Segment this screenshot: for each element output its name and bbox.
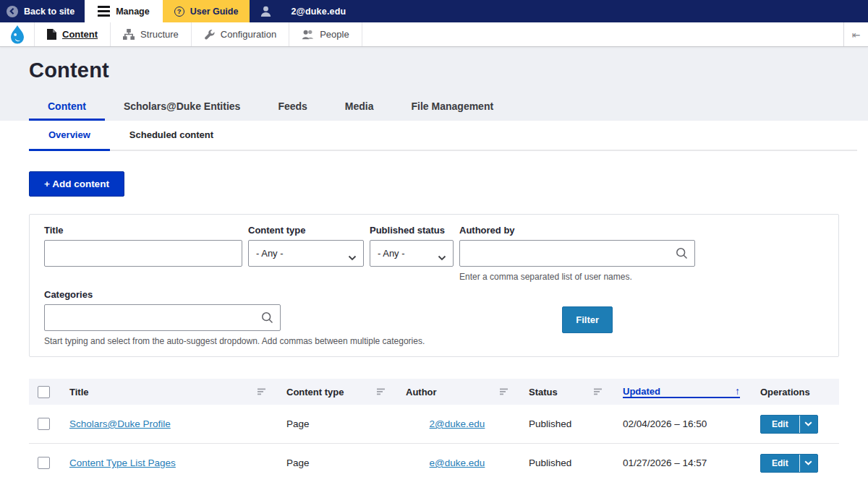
content-type-select[interactable]: - Any - [248,240,364,267]
user-guide-label: User Guide [190,7,239,17]
chevron-down-icon [804,421,812,426]
published-status-select[interactable]: - Any - [370,240,454,267]
column-header-author[interactable]: Author [394,387,517,398]
edit-split-button: Edit [760,454,818,473]
author-link[interactable]: e@duke.edu [430,457,485,468]
sort-ascending-icon: ↑ [735,385,740,397]
content-title-link[interactable]: Scholars@Duke Profile [69,418,171,429]
hamburger-icon [98,6,110,17]
edit-split-button: Edit [760,415,818,434]
table-row: Content Type List Pages Page e@duke.edu … [29,444,839,477]
admin-toolbar: Back to site Manage ? User Guide 2@duke.… [0,0,868,22]
admin-menu-bar: Content Structure Configuration People ⇤ [0,22,868,47]
published-status-filter-label: Published status [370,225,454,236]
user-guide-button[interactable]: ? User Guide [163,0,250,22]
secondary-tabs-wrap: Overview Scheduled content [0,121,868,151]
admin-menu-content-label: Content [62,29,98,40]
back-to-site-label: Back to site [24,7,75,17]
sort-icon [500,388,509,395]
tab-content[interactable]: Content [29,94,105,121]
admin-menu-people[interactable]: People [289,22,362,46]
authored-by-input[interactable] [459,240,695,267]
filter-submit-button[interactable]: Filter [562,306,613,333]
sort-icon [377,388,386,395]
main-content: + Add content Title Content type - Any - [0,151,868,477]
authored-by-filter-label: Authored by [459,225,695,236]
sitemap-icon [123,29,135,40]
column-header-status[interactable]: Status [517,387,611,398]
status-value: Published [529,457,571,468]
edit-button[interactable]: Edit [761,455,799,472]
content-type-filter-label: Content type [248,225,364,236]
categories-filter-label: Categories [44,289,425,300]
authored-by-help-text: Enter a comma separated list of user nam… [459,272,695,282]
wrench-icon [204,29,215,40]
categories-help-text: Start typing and select from the auto-su… [44,336,425,346]
updated-value: 02/04/2026 – 16:50 [623,418,707,429]
page-header: Content Content Scholars@Duke Entities F… [0,47,868,121]
edit-dropdown-toggle[interactable] [800,455,817,472]
tab-scholars-duke-entities[interactable]: Scholars@Duke Entities [105,94,259,121]
column-header-updated[interactable]: Updated ↑ [611,385,749,398]
tab-file-management[interactable]: File Management [393,94,513,121]
secondary-tabs: Overview Scheduled content [29,121,857,151]
drupal-logo[interactable] [0,22,35,46]
content-title-link[interactable]: Content Type List Pages [69,457,176,468]
question-icon: ? [174,7,184,17]
back-to-site-button[interactable]: Back to site [0,0,85,22]
admin-menu-structure[interactable]: Structure [111,22,192,46]
chevron-down-icon [804,460,812,465]
tab-scheduled-content[interactable]: Scheduled content [110,121,233,151]
collapse-toolbar-icon: ⇤ [852,29,861,40]
page-title: Content [29,59,839,82]
title-filter-label: Title [44,225,242,236]
updated-value: 01/27/2026 – 14:57 [623,457,707,468]
table-header-row: Title Content type Author [29,379,839,405]
manage-label: Manage [116,7,150,17]
admin-menu-people-label: People [320,29,349,40]
author-link[interactable]: 2@duke.edu [430,418,485,429]
user-icon [260,5,272,17]
add-content-button[interactable]: + Add content [29,171,124,197]
people-icon [302,29,314,40]
tab-overview[interactable]: Overview [29,121,110,151]
edit-button[interactable]: Edit [761,416,799,433]
admin-menu-configuration-label: Configuration [221,29,276,40]
admin-menu-structure-label: Structure [140,29,179,40]
categories-input[interactable] [44,304,281,331]
edit-dropdown-toggle[interactable] [800,416,817,433]
sort-icon [594,388,603,395]
tab-media[interactable]: Media [326,94,393,121]
column-header-title[interactable]: Title [58,387,275,398]
table-row: Scholars@Duke Profile Page 2@duke.edu Pu… [29,405,839,444]
content-table: Title Content type Author [29,379,839,477]
primary-tabs: Content Scholars@Duke Entities Feeds Med… [29,94,839,121]
content-type-value: Page [286,457,310,468]
select-all-checkbox[interactable] [38,386,50,398]
document-icon [47,29,56,40]
admin-menu-content[interactable]: Content [35,22,111,46]
manage-button[interactable]: Manage [85,0,163,22]
row-checkbox[interactable] [38,457,50,469]
column-header-operations: Operations [749,387,839,398]
title-filter-input[interactable] [44,240,242,267]
back-arrow-icon [7,6,18,17]
username: 2@duke.edu [291,7,367,17]
content-type-value: Page [286,418,310,429]
row-checkbox[interactable] [38,418,50,430]
admin-menu-configuration[interactable]: Configuration [192,22,289,46]
column-header-content-type[interactable]: Content type [275,387,394,398]
menu-spacer [362,22,843,46]
collapse-toolbar-button[interactable]: ⇤ [843,22,868,46]
user-account-button[interactable]: 2@duke.edu [250,0,367,22]
status-value: Published [529,418,571,429]
filter-form: Title Content type - Any - Published sta… [29,214,839,357]
tab-feeds[interactable]: Feeds [259,94,326,121]
sort-icon [258,388,266,395]
